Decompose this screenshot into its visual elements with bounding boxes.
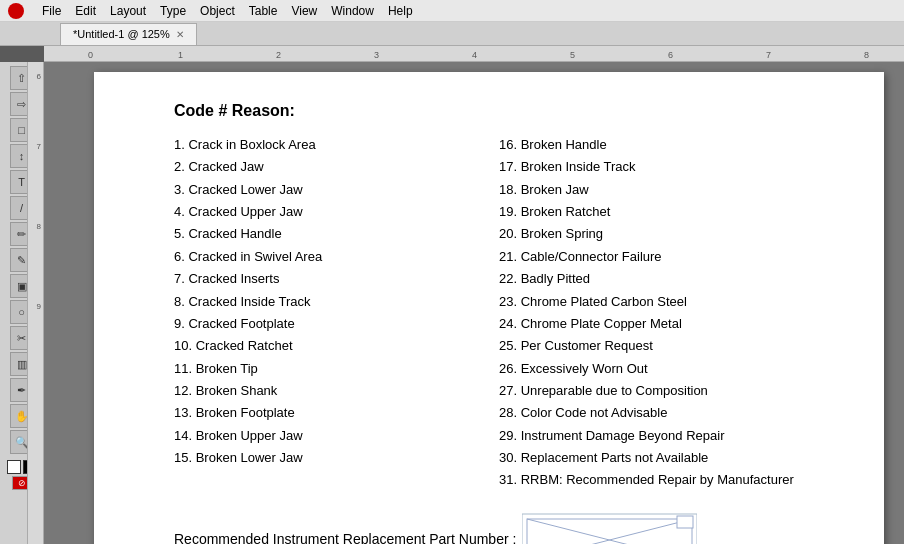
tab-close-button[interactable]: ✕ <box>176 29 184 40</box>
list-item: 18. Broken Jaw <box>499 179 824 201</box>
replacement-part-box <box>522 512 697 544</box>
tab-bar: *Untitled-1 @ 125% ✕ <box>0 22 904 46</box>
menu-file[interactable]: File <box>42 4 61 18</box>
svg-rect-4 <box>677 516 693 528</box>
menu-view[interactable]: View <box>291 4 317 18</box>
ruler-mark-2: 2 <box>276 50 281 60</box>
list-item: 25. Per Customer Request <box>499 335 824 357</box>
replacement-row: Recommended Instrument Replacement Part … <box>174 512 824 544</box>
tab-label: *Untitled-1 @ 125% <box>73 28 170 40</box>
list-item: 13. Broken Footplate <box>174 402 499 424</box>
canvas-area[interactable]: Code # Reason: 1. Crack in Boxlock Area2… <box>44 62 904 544</box>
list-item: 4. Cracked Upper Jaw <box>174 201 499 223</box>
right-column: 16. Broken Handle17. Broken Inside Track… <box>499 134 824 492</box>
list-item: 21. Cable/Connector Failure <box>499 246 824 268</box>
ruler-mark-0: 0 <box>88 50 93 60</box>
menu-object[interactable]: Object <box>200 4 235 18</box>
menu-layout[interactable]: Layout <box>110 4 146 18</box>
list-item: 17. Broken Inside Track <box>499 156 824 178</box>
list-item: 1. Crack in Boxlock Area <box>174 134 499 156</box>
replacement-label: Recommended Instrument Replacement Part … <box>174 531 516 544</box>
v-ruler-mark-7: 7 <box>37 142 41 151</box>
list-item: 19. Broken Ratchet <box>499 201 824 223</box>
main-container: ⇧ ⇨ □ ↕ T / ✏ ✎ ▣ ○ ✂ ▥ ✒ ✋ 🔍 ⊘ 6 7 8 9 <box>0 62 904 544</box>
vertical-ruler: 6 7 8 9 <box>27 62 43 544</box>
v-ruler-mark-8: 8 <box>37 222 41 231</box>
menu-bar: File Edit Layout Type Object Table View … <box>0 0 904 22</box>
ruler-mark-8: 8 <box>864 50 869 60</box>
toolbar-left: ⇧ ⇨ □ ↕ T / ✏ ✎ ▣ ○ ✂ ▥ ✒ ✋ 🔍 ⊘ 6 7 8 9 <box>0 62 44 544</box>
list-item: 3. Cracked Lower Jaw <box>174 179 499 201</box>
list-item: 24. Chrome Plate Copper Metal <box>499 313 824 335</box>
v-ruler-mark-9: 9 <box>37 302 41 311</box>
list-item: 10. Cracked Ratchet <box>174 335 499 357</box>
list-item: 8. Cracked Inside Track <box>174 291 499 313</box>
list-item: 31. RRBM: Recommended Repair by Manufact… <box>499 469 824 491</box>
list-item: 12. Broken Shank <box>174 380 499 402</box>
left-column: 1. Crack in Boxlock Area2. Cracked Jaw3.… <box>174 134 499 492</box>
list-item: 15. Broken Lower Jaw <box>174 447 499 469</box>
list-item: 14. Broken Upper Jaw <box>174 425 499 447</box>
menu-edit[interactable]: Edit <box>75 4 96 18</box>
list-item: 7. Cracked Inserts <box>174 268 499 290</box>
list-item: 11. Broken Tip <box>174 358 499 380</box>
ruler-mark-6: 6 <box>668 50 673 60</box>
ruler-mark-7: 7 <box>766 50 771 60</box>
horizontal-ruler: 0 1 2 3 4 5 6 7 8 <box>44 46 904 62</box>
list-item: 29. Instrument Damage Beyond Repair <box>499 425 824 447</box>
list-item: 16. Broken Handle <box>499 134 824 156</box>
list-item: 22. Badly Pitted <box>499 268 824 290</box>
list-item: 23. Chrome Plated Carbon Steel <box>499 291 824 313</box>
ruler-mark-1: 1 <box>178 50 183 60</box>
list-item: 28. Color Code not Advisable <box>499 402 824 424</box>
menu-window[interactable]: Window <box>331 4 374 18</box>
ruler-mark-4: 4 <box>472 50 477 60</box>
menu-type[interactable]: Type <box>160 4 186 18</box>
list-item: 27. Unreparable due to Composition <box>499 380 824 402</box>
list-item: 30. Replacement Parts not Available <box>499 447 824 469</box>
menu-help[interactable]: Help <box>388 4 413 18</box>
document-tab[interactable]: *Untitled-1 @ 125% ✕ <box>60 23 197 45</box>
v-ruler-mark-6: 6 <box>37 72 41 81</box>
list-item: 20. Broken Spring <box>499 223 824 245</box>
list-item: 2. Cracked Jaw <box>174 156 499 178</box>
list-item: 26. Excessively Worn Out <box>499 358 824 380</box>
replacement-part-line <box>697 530 824 544</box>
ruler-mark-3: 3 <box>374 50 379 60</box>
list-item: 9. Cracked Footplate <box>174 313 499 335</box>
fill-color[interactable] <box>7 460 21 474</box>
codes-container: 1. Crack in Boxlock Area2. Cracked Jaw3.… <box>174 134 824 492</box>
app-icon <box>8 3 24 19</box>
menu-table[interactable]: Table <box>249 4 278 18</box>
list-item: 6. Cracked in Swivel Area <box>174 246 499 268</box>
section-title: Code # Reason: <box>174 102 824 120</box>
list-item: 5. Cracked Handle <box>174 223 499 245</box>
document-page: Code # Reason: 1. Crack in Boxlock Area2… <box>94 72 884 544</box>
ruler-mark-5: 5 <box>570 50 575 60</box>
